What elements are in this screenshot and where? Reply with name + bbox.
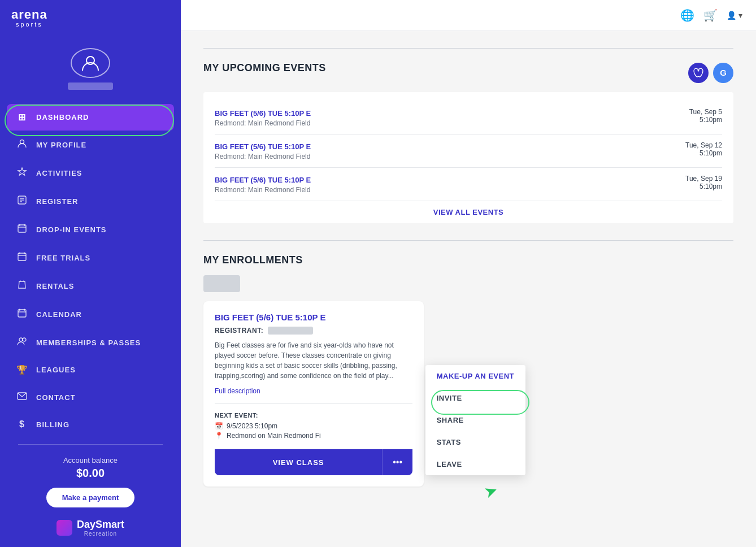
dropdown-item-invite[interactable]: INVITE <box>425 387 525 409</box>
memberships-icon <box>16 336 28 349</box>
event-location-3: Redmond: Main Redmond Field <box>215 186 311 194</box>
next-event-location-row: 📍 Redmond on Main Redmond Fi <box>215 432 412 440</box>
svg-point-21 <box>23 338 26 341</box>
sidebar-item-drop-in-events[interactable]: DROP-IN EVENTS <box>0 215 181 244</box>
full-description-link[interactable]: Full description <box>215 387 260 395</box>
svg-rect-10 <box>18 253 26 261</box>
enrollments-title: MY ENROLLMENTS <box>203 254 733 266</box>
sidebar-item-label: CALENDAR <box>36 310 82 319</box>
dropdown-item-leave[interactable]: LEAVE <box>425 453 525 475</box>
avatar[interactable] <box>71 48 110 78</box>
logo: arena sports <box>11 8 47 28</box>
event-date-3: Tue, Sep 19 <box>685 175 722 183</box>
sidebar-item-label: REGISTER <box>36 197 78 206</box>
sidebar-item-rentals[interactable]: RENTALS <box>0 272 181 300</box>
profile-icon <box>16 138 28 151</box>
person-icon <box>80 53 101 73</box>
event-row: BIG FEET (5/6) TUE 5:10P E Redmond: Main… <box>215 168 722 201</box>
sidebar-item-label: MEMBERSHIPS & PASSES <box>36 338 141 347</box>
arrow-cursor: ➤ <box>481 480 500 502</box>
event-time-2: 5:10pm <box>685 149 722 157</box>
next-event-label: NEXT EVENT: <box>215 412 412 419</box>
sidebar-item-label: FREE TRIALS <box>36 254 90 262</box>
dropdown-item-makeup[interactable]: MAKE-UP AN EVENT <box>425 365 525 387</box>
daysmart-logo: DaySmart Recreation <box>57 507 124 547</box>
logo-sports: sports <box>11 21 47 28</box>
calendar-icons: G <box>688 63 733 83</box>
events-header: MY UPCOMING EVENTS G <box>203 62 733 83</box>
next-event-location: Redmond on Main Redmond Fi <box>227 432 321 440</box>
drop-in-icon <box>16 223 28 236</box>
location-icon: 📍 <box>215 432 223 440</box>
view-class-button[interactable]: VIEW CLASS <box>215 449 382 475</box>
event-link-1[interactable]: BIG FEET (5/6) TUE 5:10P E <box>215 109 311 118</box>
leagues-icon: 🏆 <box>16 364 28 375</box>
dropdown-item-stats[interactable]: STATS <box>425 431 525 453</box>
main-content: MY UPCOMING EVENTS G BIG FEET (5/6) TUE … <box>181 31 756 547</box>
daysmart-sub: Recreation <box>77 531 124 537</box>
enrollment-card: BIG FEET (5/6) TUE 5:10P E REGISTRANT: B… <box>203 301 424 487</box>
event-location-2: Redmond: Main Redmond Field <box>215 153 311 160</box>
next-event-section: NEXT EVENT: 📅 9/5/2023 5:10pm 📍 Redmond … <box>215 403 412 440</box>
enrollment-tab <box>203 275 240 292</box>
chevron-down-icon: ▾ <box>738 11 742 20</box>
dashboard-icon: ⊞ <box>16 112 28 123</box>
sidebar-item-memberships-passes[interactable]: MEMBERSHIPS & PASSES <box>0 328 181 357</box>
activities-icon <box>16 167 28 179</box>
dropdown-item-share[interactable]: SHARE <box>425 409 525 431</box>
cart-icon[interactable]: 🛒 <box>703 8 718 22</box>
sidebar-item-dashboard[interactable]: ⊞ DASHBOARD <box>7 104 174 131</box>
view-all-events-button[interactable]: VIEW ALL EVENTS <box>215 201 722 223</box>
sidebar-item-label: DROP-IN EVENTS <box>36 225 107 234</box>
more-options-button[interactable]: ••• <box>382 449 412 475</box>
billing-icon: $ <box>16 419 28 429</box>
user-name-placeholder <box>68 83 113 90</box>
account-section: Account balance $0.00 Make a payment <box>46 456 134 507</box>
google-calendar-button[interactable]: G <box>713 63 733 83</box>
sidebar-item-label: BILLING <box>36 420 69 429</box>
nav-menu: ⊞ DASHBOARD MY PROFILE ACTIVITIES REGIST… <box>0 104 181 437</box>
make-payment-button[interactable]: Make a payment <box>46 488 134 507</box>
middle-divider <box>203 240 733 241</box>
contact-icon <box>16 391 28 403</box>
calendar-icon <box>16 308 28 320</box>
user-menu[interactable]: 👤 ▾ <box>727 11 742 20</box>
sidebar-item-free-trials[interactable]: FREE TRIALS <box>0 244 181 272</box>
sidebar-item-label: CONTACT <box>36 393 76 402</box>
globe-icon[interactable]: 🌐 <box>680 8 694 22</box>
registrant-row: REGISTRANT: <box>215 327 412 335</box>
calendar-small-icon: 📅 <box>215 422 223 430</box>
svg-point-23 <box>698 70 699 71</box>
daysmart-icon <box>57 520 72 536</box>
top-divider <box>203 48 733 49</box>
apple-calendar-button[interactable] <box>688 63 709 83</box>
upcoming-events-card: BIG FEET (5/6) TUE 5:10P E Redmond: Main… <box>203 92 733 223</box>
event-time-1: 5:10pm <box>689 116 722 124</box>
sidebar-item-contact[interactable]: CONTACT <box>0 383 181 411</box>
free-trials-icon <box>16 251 28 264</box>
sidebar-item-billing[interactable]: $ BILLING <box>0 411 181 437</box>
event-row: BIG FEET (5/6) TUE 5:10P E Redmond: Main… <box>215 134 722 168</box>
enrollment-card-title: BIG FEET (5/6) TUE 5:10P E <box>215 312 412 322</box>
sidebar-item-calendar[interactable]: CALENDAR <box>0 300 181 328</box>
sidebar: arena sports ⊞ DASHBOARD MY PROFILE ACTI… <box>0 0 181 547</box>
event-location-1: Redmond: Main Redmond Field <box>215 119 311 127</box>
svg-rect-6 <box>18 225 26 232</box>
sidebar-item-label: DASHBOARD <box>36 113 89 121</box>
event-link-3[interactable]: BIG FEET (5/6) TUE 5:10P E <box>215 176 311 184</box>
account-amount: $0.00 <box>46 467 134 480</box>
sidebar-item-my-profile[interactable]: MY PROFILE <box>0 131 181 159</box>
top-header: 🌐 🛒 👤 ▾ <box>181 0 756 31</box>
register-icon <box>16 195 28 207</box>
registrant-label: REGISTRANT: <box>215 327 263 335</box>
sidebar-item-label: MY PROFILE <box>36 141 86 149</box>
next-event-date-row: 📅 9/5/2023 5:10pm <box>215 422 412 430</box>
event-date-2: Tue, Sep 12 <box>685 141 722 149</box>
sidebar-item-register[interactable]: REGISTER <box>0 187 181 215</box>
event-link-2[interactable]: BIG FEET (5/6) TUE 5:10P E <box>215 142 311 151</box>
sidebar-item-leagues[interactable]: 🏆 LEAGUES <box>0 357 181 383</box>
sidebar-item-label: ACTIVITIES <box>36 169 82 177</box>
event-date-1: Tue, Sep 5 <box>689 108 722 116</box>
sidebar-item-activities[interactable]: ACTIVITIES <box>0 159 181 187</box>
sidebar-item-label: RENTALS <box>36 282 74 290</box>
